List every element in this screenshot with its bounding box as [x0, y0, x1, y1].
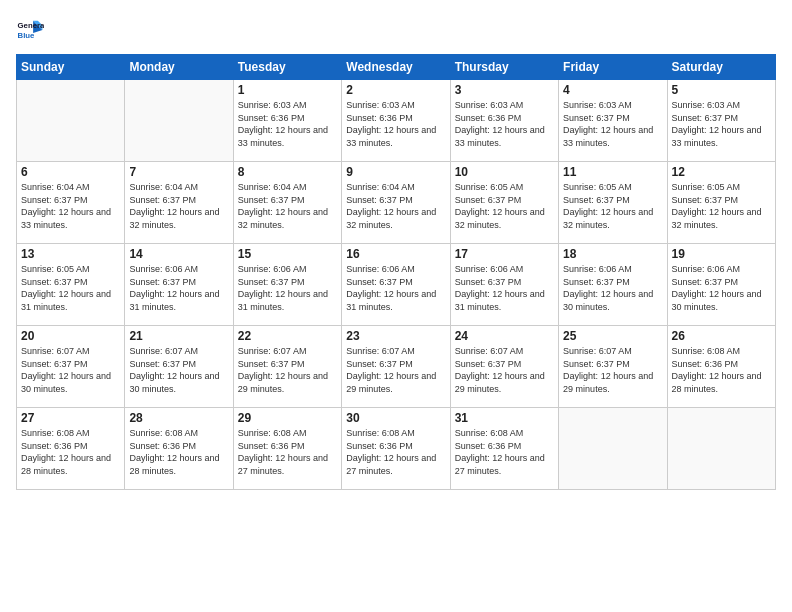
calendar-cell: 8Sunrise: 6:04 AMSunset: 6:37 PMDaylight…: [233, 162, 341, 244]
calendar-cell: 14Sunrise: 6:06 AMSunset: 6:37 PMDayligh…: [125, 244, 233, 326]
day-number: 9: [346, 165, 445, 179]
day-number: 13: [21, 247, 120, 261]
header: General Blue: [16, 16, 776, 44]
calendar-cell: 24Sunrise: 6:07 AMSunset: 6:37 PMDayligh…: [450, 326, 558, 408]
calendar-cell: 31Sunrise: 6:08 AMSunset: 6:36 PMDayligh…: [450, 408, 558, 490]
day-number: 20: [21, 329, 120, 343]
day-number: 8: [238, 165, 337, 179]
calendar-cell: 9Sunrise: 6:04 AMSunset: 6:37 PMDaylight…: [342, 162, 450, 244]
weekday-header: Wednesday: [342, 55, 450, 80]
day-info: Sunrise: 6:03 AMSunset: 6:36 PMDaylight:…: [238, 99, 337, 149]
day-info: Sunrise: 6:07 AMSunset: 6:37 PMDaylight:…: [563, 345, 662, 395]
svg-text:Blue: Blue: [18, 31, 36, 40]
day-info: Sunrise: 6:06 AMSunset: 6:37 PMDaylight:…: [672, 263, 771, 313]
day-info: Sunrise: 6:07 AMSunset: 6:37 PMDaylight:…: [129, 345, 228, 395]
day-info: Sunrise: 6:08 AMSunset: 6:36 PMDaylight:…: [238, 427, 337, 477]
calendar-week-row: 13Sunrise: 6:05 AMSunset: 6:37 PMDayligh…: [17, 244, 776, 326]
calendar-cell: 27Sunrise: 6:08 AMSunset: 6:36 PMDayligh…: [17, 408, 125, 490]
day-info: Sunrise: 6:05 AMSunset: 6:37 PMDaylight:…: [455, 181, 554, 231]
calendar-cell: 15Sunrise: 6:06 AMSunset: 6:37 PMDayligh…: [233, 244, 341, 326]
day-info: Sunrise: 6:04 AMSunset: 6:37 PMDaylight:…: [346, 181, 445, 231]
calendar-cell: 17Sunrise: 6:06 AMSunset: 6:37 PMDayligh…: [450, 244, 558, 326]
day-number: 11: [563, 165, 662, 179]
calendar-cell: 10Sunrise: 6:05 AMSunset: 6:37 PMDayligh…: [450, 162, 558, 244]
weekday-header: Tuesday: [233, 55, 341, 80]
day-info: Sunrise: 6:06 AMSunset: 6:37 PMDaylight:…: [129, 263, 228, 313]
weekday-header: Saturday: [667, 55, 775, 80]
day-info: Sunrise: 6:06 AMSunset: 6:37 PMDaylight:…: [238, 263, 337, 313]
weekday-header: Sunday: [17, 55, 125, 80]
calendar-cell: 13Sunrise: 6:05 AMSunset: 6:37 PMDayligh…: [17, 244, 125, 326]
page-container: General Blue SundayMondayTuesdayWednesda…: [0, 0, 792, 498]
day-number: 27: [21, 411, 120, 425]
calendar-body: 1Sunrise: 6:03 AMSunset: 6:36 PMDaylight…: [17, 80, 776, 490]
day-number: 4: [563, 83, 662, 97]
day-info: Sunrise: 6:07 AMSunset: 6:37 PMDaylight:…: [21, 345, 120, 395]
day-info: Sunrise: 6:04 AMSunset: 6:37 PMDaylight:…: [238, 181, 337, 231]
day-info: Sunrise: 6:08 AMSunset: 6:36 PMDaylight:…: [346, 427, 445, 477]
day-number: 1: [238, 83, 337, 97]
calendar-cell: 25Sunrise: 6:07 AMSunset: 6:37 PMDayligh…: [559, 326, 667, 408]
calendar-cell: 6Sunrise: 6:04 AMSunset: 6:37 PMDaylight…: [17, 162, 125, 244]
calendar-week-row: 20Sunrise: 6:07 AMSunset: 6:37 PMDayligh…: [17, 326, 776, 408]
day-number: 29: [238, 411, 337, 425]
calendar-cell: 28Sunrise: 6:08 AMSunset: 6:36 PMDayligh…: [125, 408, 233, 490]
calendar-cell: 5Sunrise: 6:03 AMSunset: 6:37 PMDaylight…: [667, 80, 775, 162]
day-number: 26: [672, 329, 771, 343]
day-info: Sunrise: 6:07 AMSunset: 6:37 PMDaylight:…: [346, 345, 445, 395]
calendar-cell: 2Sunrise: 6:03 AMSunset: 6:36 PMDaylight…: [342, 80, 450, 162]
calendar-cell: 1Sunrise: 6:03 AMSunset: 6:36 PMDaylight…: [233, 80, 341, 162]
logo-icon: General Blue: [16, 16, 44, 44]
day-info: Sunrise: 6:05 AMSunset: 6:37 PMDaylight:…: [672, 181, 771, 231]
day-number: 12: [672, 165, 771, 179]
day-number: 6: [21, 165, 120, 179]
day-info: Sunrise: 6:06 AMSunset: 6:37 PMDaylight:…: [455, 263, 554, 313]
day-info: Sunrise: 6:03 AMSunset: 6:37 PMDaylight:…: [563, 99, 662, 149]
day-number: 15: [238, 247, 337, 261]
day-info: Sunrise: 6:03 AMSunset: 6:36 PMDaylight:…: [455, 99, 554, 149]
svg-text:General: General: [18, 21, 44, 30]
day-info: Sunrise: 6:08 AMSunset: 6:36 PMDaylight:…: [21, 427, 120, 477]
day-number: 30: [346, 411, 445, 425]
calendar-week-row: 1Sunrise: 6:03 AMSunset: 6:36 PMDaylight…: [17, 80, 776, 162]
logo: General Blue: [16, 16, 46, 44]
weekday-header: Friday: [559, 55, 667, 80]
day-number: 25: [563, 329, 662, 343]
calendar-cell: 26Sunrise: 6:08 AMSunset: 6:36 PMDayligh…: [667, 326, 775, 408]
calendar-cell: 18Sunrise: 6:06 AMSunset: 6:37 PMDayligh…: [559, 244, 667, 326]
day-number: 10: [455, 165, 554, 179]
calendar-cell: 22Sunrise: 6:07 AMSunset: 6:37 PMDayligh…: [233, 326, 341, 408]
day-info: Sunrise: 6:08 AMSunset: 6:36 PMDaylight:…: [129, 427, 228, 477]
calendar-header-row: SundayMondayTuesdayWednesdayThursdayFrid…: [17, 55, 776, 80]
day-number: 28: [129, 411, 228, 425]
calendar-cell: 7Sunrise: 6:04 AMSunset: 6:37 PMDaylight…: [125, 162, 233, 244]
day-number: 31: [455, 411, 554, 425]
calendar-cell: 3Sunrise: 6:03 AMSunset: 6:36 PMDaylight…: [450, 80, 558, 162]
day-info: Sunrise: 6:05 AMSunset: 6:37 PMDaylight:…: [21, 263, 120, 313]
calendar-cell: 11Sunrise: 6:05 AMSunset: 6:37 PMDayligh…: [559, 162, 667, 244]
day-number: 21: [129, 329, 228, 343]
day-number: 5: [672, 83, 771, 97]
day-info: Sunrise: 6:07 AMSunset: 6:37 PMDaylight:…: [455, 345, 554, 395]
calendar-cell: 20Sunrise: 6:07 AMSunset: 6:37 PMDayligh…: [17, 326, 125, 408]
day-info: Sunrise: 6:06 AMSunset: 6:37 PMDaylight:…: [563, 263, 662, 313]
calendar-cell: 16Sunrise: 6:06 AMSunset: 6:37 PMDayligh…: [342, 244, 450, 326]
calendar-cell: 4Sunrise: 6:03 AMSunset: 6:37 PMDaylight…: [559, 80, 667, 162]
day-info: Sunrise: 6:05 AMSunset: 6:37 PMDaylight:…: [563, 181, 662, 231]
day-number: 3: [455, 83, 554, 97]
day-number: 17: [455, 247, 554, 261]
day-number: 18: [563, 247, 662, 261]
day-info: Sunrise: 6:03 AMSunset: 6:37 PMDaylight:…: [672, 99, 771, 149]
day-number: 22: [238, 329, 337, 343]
day-info: Sunrise: 6:04 AMSunset: 6:37 PMDaylight:…: [129, 181, 228, 231]
day-info: Sunrise: 6:08 AMSunset: 6:36 PMDaylight:…: [455, 427, 554, 477]
weekday-header: Thursday: [450, 55, 558, 80]
day-info: Sunrise: 6:03 AMSunset: 6:36 PMDaylight:…: [346, 99, 445, 149]
calendar-week-row: 6Sunrise: 6:04 AMSunset: 6:37 PMDaylight…: [17, 162, 776, 244]
day-info: Sunrise: 6:08 AMSunset: 6:36 PMDaylight:…: [672, 345, 771, 395]
calendar-cell: 12Sunrise: 6:05 AMSunset: 6:37 PMDayligh…: [667, 162, 775, 244]
day-number: 24: [455, 329, 554, 343]
day-info: Sunrise: 6:06 AMSunset: 6:37 PMDaylight:…: [346, 263, 445, 313]
calendar-cell: [559, 408, 667, 490]
day-info: Sunrise: 6:07 AMSunset: 6:37 PMDaylight:…: [238, 345, 337, 395]
